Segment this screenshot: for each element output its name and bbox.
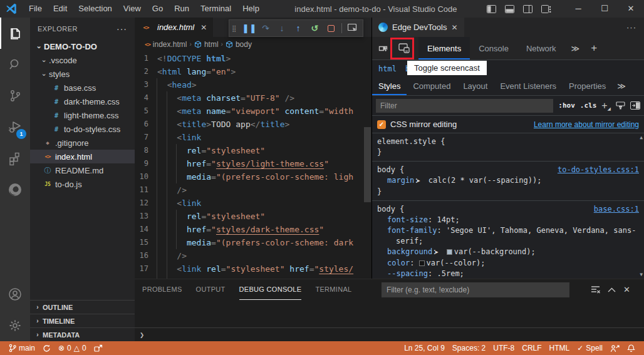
- code-line[interactable]: 13 rel="stylesheet": [135, 210, 371, 223]
- code-line[interactable]: 12 <link: [135, 197, 371, 210]
- styles-tab-computed[interactable]: Computed: [407, 77, 457, 95]
- restart-button[interactable]: ↺: [307, 21, 322, 36]
- breadcrumb-item-body[interactable]: body: [226, 40, 252, 49]
- devtools-add-tab-icon[interactable]: +: [586, 37, 602, 59]
- styles-tab-properties[interactable]: Properties: [563, 77, 612, 95]
- css-property[interactable]: color: var(--color);: [377, 258, 639, 269]
- toggle-class-button[interactable]: .cls: [580, 101, 597, 110]
- code-line[interactable]: 6 <title>TODO app</title>: [135, 118, 371, 131]
- panel-tab-problems[interactable]: PROBLEMS: [142, 280, 182, 300]
- tree-item--gitignore[interactable]: ◆.gitignore: [30, 136, 135, 150]
- css-property[interactable]: background: ▶var(--background);: [377, 247, 639, 258]
- code-line[interactable]: 10 media="(prefers-color-scheme: ligh: [135, 170, 371, 183]
- css-rule[interactable]: body {base.css:1font-size: 14pt;font-fam…: [372, 201, 644, 279]
- code-line[interactable]: 14 href="styles/dark-theme.css": [135, 223, 371, 236]
- css-file-link[interactable]: to-do-styles.css:1: [553, 165, 639, 175]
- step-over-button[interactable]: ↷: [258, 21, 273, 36]
- language-mode[interactable]: HTML: [546, 341, 574, 355]
- section-timeline[interactable]: ›TIMELINE: [30, 314, 135, 327]
- maximize-button[interactable]: ☐: [591, 0, 618, 18]
- menu-selection[interactable]: Selection: [73, 0, 117, 18]
- menu-go[interactable]: Go: [147, 0, 169, 18]
- code-line[interactable]: 4 <meta charset="UTF-8" />: [135, 91, 371, 105]
- code-line[interactable]: 18 <link rel="stylesheet" href="styles/: [135, 275, 371, 279]
- devtools-tab-network[interactable]: Network: [517, 37, 565, 59]
- explorer-actions-icon[interactable]: ···: [117, 24, 127, 34]
- feedback-indicator[interactable]: [606, 341, 623, 355]
- editor-scrollbar[interactable]: [364, 127, 371, 202]
- code-line[interactable]: 11 />: [135, 183, 371, 197]
- sync-status[interactable]: [39, 341, 55, 355]
- tab-index-html[interactable]: <> index.html ✕: [135, 18, 213, 37]
- activity-settings[interactable]: [0, 310, 30, 341]
- activity-accounts[interactable]: [0, 279, 30, 310]
- tree-item-readme-md[interactable]: ⓘREADME.md: [30, 163, 135, 177]
- menu-run[interactable]: Run: [169, 0, 195, 18]
- panel-tab-output[interactable]: OUTPUT: [196, 280, 226, 300]
- tree-item-light-theme-css[interactable]: #light-theme.css: [30, 108, 135, 122]
- css-mirror-checkbox[interactable]: ✓: [377, 120, 386, 129]
- inspect-page-button[interactable]: [345, 21, 360, 36]
- breadcrumb-item-html[interactable]: html: [194, 40, 219, 49]
- styles-tabs-overflow-icon[interactable]: ≫: [612, 77, 631, 95]
- breadcrumb-item-index.html[interactable]: <>index.html: [145, 40, 187, 49]
- maximize-panel-icon[interactable]: [608, 287, 616, 292]
- scroll-down-icon[interactable]: ▼: [640, 272, 643, 277]
- pause-button[interactable]: ❚❚: [242, 21, 257, 36]
- spell-checker[interactable]: ✓ Spell: [573, 341, 606, 355]
- dom-breadcrumb-html[interactable]: html: [378, 64, 397, 73]
- panel-tab-terminal[interactable]: TERMINAL: [315, 280, 351, 300]
- eol-sequence[interactable]: CRLF: [518, 341, 545, 355]
- tab-edge-devtools[interactable]: Edge DevTools ✕: [372, 18, 464, 37]
- computed-sidebar-toggle-icon[interactable]: [630, 101, 640, 110]
- minimize-button[interactable]: ─: [565, 0, 591, 18]
- console-filter-input[interactable]: [382, 282, 569, 297]
- tree-item-index-html[interactable]: <>index.html: [30, 150, 135, 163]
- mirror-editing-link[interactable]: Learn more about mirror editing: [534, 120, 639, 129]
- code-line[interactable]: 7 <link: [135, 131, 371, 144]
- scroll-up-icon[interactable]: ▲: [640, 135, 643, 140]
- css-property[interactable]: font-family: 'Segoe UI', Tahoma, Geneva,…: [377, 225, 639, 247]
- devtools-tab-elements[interactable]: Elements: [418, 37, 470, 59]
- customize-layout-icon[interactable]: [541, 5, 551, 13]
- style-rules[interactable]: ▲ ▼ element.style {}body {to-do-styles.c…: [372, 133, 644, 279]
- notifications[interactable]: [623, 341, 639, 355]
- styles-tab-event-listeners[interactable]: Event Listeners: [494, 77, 563, 95]
- code-line[interactable]: 2<html lang="en">: [135, 65, 371, 78]
- step-out-button[interactable]: ↑: [291, 21, 306, 36]
- close-devtools-icon[interactable]: ✕: [451, 23, 457, 32]
- menu-view[interactable]: View: [118, 0, 147, 18]
- encoding[interactable]: UTF-8: [489, 341, 518, 355]
- css-property[interactable]: --spacing: .5rem;: [377, 269, 639, 279]
- code-line[interactable]: 15 media="(prefers-color-scheme: dark: [135, 236, 371, 249]
- activity-run-debug[interactable]: 1: [0, 111, 30, 143]
- toggle-panel-icon[interactable]: [505, 5, 514, 13]
- color-swatch[interactable]: [447, 249, 452, 255]
- stop-button[interactable]: [323, 21, 338, 36]
- menu-file[interactable]: File: [23, 0, 48, 18]
- tree-item-demo-to-do[interactable]: ⌄DEMO-TO-DO: [30, 39, 135, 53]
- drag-handle-icon[interactable]: ⣿: [232, 25, 241, 32]
- styles-filter-input[interactable]: [376, 99, 553, 113]
- devtools-tabs-overflow-icon[interactable]: ≫: [565, 37, 586, 59]
- debug-launch-indicator[interactable]: [90, 341, 106, 355]
- devtools-more-actions-icon[interactable]: ···: [619, 18, 644, 37]
- toggle-secondary-sidebar-icon[interactable]: [523, 5, 532, 13]
- close-panel-icon[interactable]: ✕: [623, 285, 630, 294]
- tree-item-base-css[interactable]: #base.css: [30, 81, 135, 95]
- code-line[interactable]: 16 />: [135, 249, 371, 262]
- styles-tab-layout[interactable]: Layout: [457, 77, 494, 95]
- cursor-position[interactable]: Ln 25, Col 9: [400, 341, 449, 355]
- tree-item-to-do-styles-css[interactable]: #to-do-styles.css: [30, 122, 135, 136]
- branch-indicator[interactable]: main: [5, 341, 39, 355]
- code-line[interactable]: 3 <head>: [135, 78, 371, 91]
- color-format-icon[interactable]: [616, 101, 625, 110]
- code-line[interactable]: 1<!DOCTYPE html>: [135, 52, 371, 65]
- devtools-tab-console[interactable]: Console: [470, 37, 517, 59]
- debug-console-output[interactable]: [135, 300, 644, 327]
- step-into-button[interactable]: ↓: [274, 21, 289, 36]
- close-tab-icon[interactable]: ✕: [200, 23, 207, 32]
- tree-item--vscode[interactable]: ⌄.vscode: [30, 53, 135, 67]
- indentation[interactable]: Spaces: 2: [449, 341, 489, 355]
- section-outline[interactable]: ›OUTLINE: [30, 300, 135, 314]
